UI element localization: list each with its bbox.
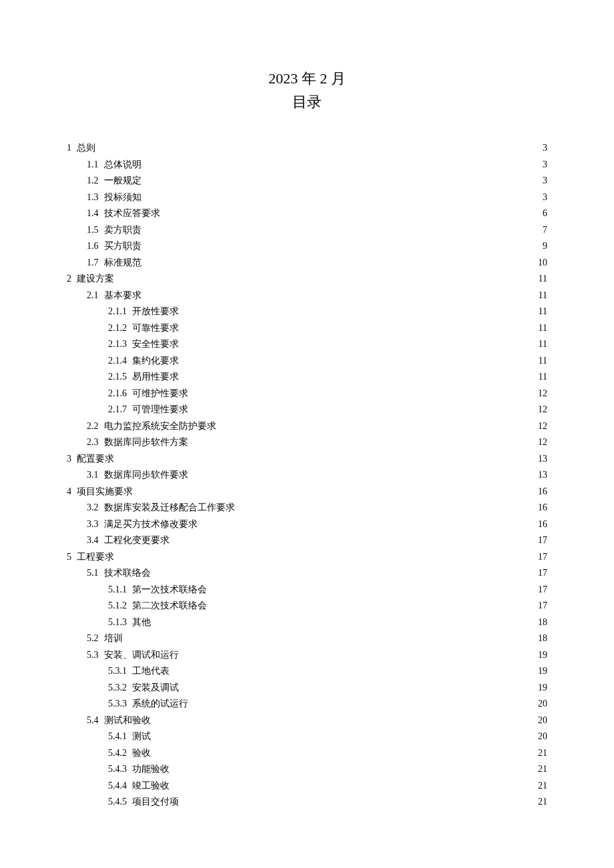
toc-entry-title: 测试和验收 <box>104 713 151 729</box>
toc-entry[interactable]: 1.4技术应答要求6 <box>67 205 547 222</box>
toc-entry[interactable]: 1总则3 <box>67 140 547 157</box>
toc-entry-page: 17 <box>537 549 547 566</box>
toc-entry-page: 17 <box>537 565 547 582</box>
toc-entry-number: 5.4 <box>87 713 99 729</box>
toc-entry-page: 21 <box>537 794 547 811</box>
toc-entry-number: 5.1.1 <box>108 582 127 598</box>
toc-entry-title: 一般规定 <box>104 173 141 189</box>
toc-entry[interactable]: 3.1数据库同步软件要求13 <box>67 467 547 484</box>
toc-entry-number: 1.2 <box>87 173 99 189</box>
toc-entry-page: 12 <box>537 386 547 402</box>
toc-entry-page: 6 <box>541 205 547 222</box>
toc-entry-number: 2.1.4 <box>108 353 127 370</box>
toc-entry[interactable]: 5.2培训18 <box>67 630 547 647</box>
toc-entry[interactable]: 1.5卖方职责7 <box>67 222 547 239</box>
toc-entry-page: 13 <box>537 451 547 468</box>
toc-entry[interactable]: 3.4工程化变更要求17 <box>67 532 547 549</box>
toc-entry-page: 11 <box>537 271 547 288</box>
toc-entry-title: 项目实施要求 <box>77 484 133 500</box>
toc-entry-number: 5.3.2 <box>108 680 127 697</box>
toc-entry-title: 功能验收 <box>132 761 170 778</box>
toc-entry-number: 1.7 <box>87 255 99 272</box>
toc-entry-title: 卖方职责 <box>104 222 141 239</box>
toc-entry-title: 建设方案 <box>77 271 114 288</box>
toc-entry-title: 数据库安装及迁移配合工作要求 <box>104 500 235 516</box>
toc-entry-page: 18 <box>537 630 547 647</box>
toc-entry[interactable]: 5.1.1第一次技术联络会17 <box>67 582 547 598</box>
toc-entry-page: 3 <box>541 157 547 173</box>
toc-entry-number: 2.1.1 <box>108 304 127 320</box>
toc-entry-page: 13 <box>537 467 547 484</box>
toc-entry-number: 3.3 <box>87 516 99 533</box>
toc-entry[interactable]: 3.2数据库安装及迁移配合工作要求16 <box>67 500 547 516</box>
toc-entry[interactable]: 4项目实施要求16 <box>67 484 547 500</box>
toc-entry-title: 工地代表 <box>132 663 170 680</box>
toc-entry[interactable]: 2.2电力监控系统安全防护要求12 <box>67 418 547 435</box>
toc-entry-page: 3 <box>541 189 547 206</box>
toc-entry[interactable]: 2.1.1开放性要求11 <box>67 304 547 320</box>
toc-entry[interactable]: 2.1.7可管理性要求12 <box>67 402 547 418</box>
toc-entry-page: 19 <box>537 663 547 680</box>
toc-entry-title: 集约化要求 <box>132 353 179 370</box>
toc-entry-number: 5.1 <box>87 565 99 582</box>
toc-entry-page: 16 <box>537 484 547 500</box>
toc-entry-number: 2.2 <box>87 418 99 435</box>
toc-entry[interactable]: 2.1.2可靠性要求11 <box>67 320 547 337</box>
toc-entry[interactable]: 5.4测试和验收20 <box>67 713 547 729</box>
toc-entry-title: 工程要求 <box>77 549 114 566</box>
toc-entry-title: 系统的试运行 <box>132 696 188 713</box>
toc-entry-number: 3 <box>67 451 71 468</box>
toc-entry[interactable]: 5.4.4竣工验收21 <box>67 778 547 795</box>
toc-entry-page: 21 <box>537 745 547 762</box>
toc-entry-title: 第二次技术联络会 <box>132 598 207 614</box>
toc-entry[interactable]: 5.1.3其他18 <box>67 614 547 631</box>
toc-entry-title: 标准规范 <box>104 255 141 272</box>
toc-entry[interactable]: 5.3.2安装及调试19 <box>67 680 547 697</box>
toc-entry-title: 投标须知 <box>104 189 141 206</box>
toc-entry-page: 19 <box>537 680 547 697</box>
toc-entry[interactable]: 5.1技术联络会17 <box>67 565 547 582</box>
toc-entry-page: 18 <box>537 614 547 631</box>
toc-entry[interactable]: 3.3满足买方技术修改要求16 <box>67 516 547 533</box>
toc-entry[interactable]: 2建设方案11 <box>67 271 547 288</box>
toc-entry[interactable]: 5工程要求17 <box>67 549 547 566</box>
table-of-contents: 1总则31.1总体说明31.2一般规定31.3投标须知31.4技术应答要求61.… <box>67 140 547 811</box>
toc-entry[interactable]: 5.1.2第二次技术联络会17 <box>67 598 547 614</box>
toc-entry-title: 满足买方技术修改要求 <box>104 516 198 533</box>
toc-entry-page: 12 <box>537 434 547 451</box>
toc-entry[interactable]: 2.1.3安全性要求11 <box>67 336 547 353</box>
toc-entry-number: 5.1.3 <box>108 614 127 631</box>
toc-entry[interactable]: 5.4.1测试20 <box>67 729 547 745</box>
toc-entry[interactable]: 5.3安装、调试和运行19 <box>67 647 547 664</box>
toc-entry-number: 2.1.3 <box>108 336 127 353</box>
toc-entry-title: 项目交付项 <box>132 794 179 811</box>
toc-entry[interactable]: 5.3.3系统的试运行20 <box>67 696 547 713</box>
toc-entry[interactable]: 5.4.5项目交付项21 <box>67 794 547 811</box>
toc-entry-number: 5.3 <box>87 647 99 664</box>
toc-entry[interactable]: 1.1总体说明3 <box>67 157 547 173</box>
toc-entry-number: 3.1 <box>87 467 99 484</box>
toc-entry-title: 工程化变更要求 <box>104 532 170 549</box>
toc-entry[interactable]: 1.3投标须知3 <box>67 189 547 206</box>
toc-entry-title: 竣工验收 <box>132 778 170 795</box>
toc-entry[interactable]: 2.1.6可维护性要求12 <box>67 386 547 402</box>
toc-entry-title: 电力监控系统安全防护要求 <box>104 418 216 435</box>
toc-entry[interactable]: 5.4.2验收21 <box>67 745 547 762</box>
toc-entry-title: 数据库同步软件方案 <box>104 434 188 451</box>
toc-entry[interactable]: 5.4.3功能验收21 <box>67 761 547 778</box>
toc-entry[interactable]: 5.3.1工地代表19 <box>67 663 547 680</box>
toc-entry[interactable]: 2.1基本要求11 <box>67 288 547 304</box>
toc-entry[interactable]: 1.7标准规范10 <box>67 255 547 272</box>
toc-entry-title: 买方职责 <box>104 238 141 255</box>
toc-entry-page: 20 <box>537 713 547 729</box>
toc-entry[interactable]: 3配置要求13 <box>67 451 547 468</box>
toc-entry[interactable]: 2.1.4集约化要求11 <box>67 353 547 370</box>
toc-entry[interactable]: 2.1.5易用性要求11 <box>67 369 547 386</box>
toc-entry-number: 2.1.2 <box>108 320 127 337</box>
toc-entry-page: 11 <box>537 304 547 320</box>
toc-entry-number: 3.4 <box>87 532 99 549</box>
toc-entry[interactable]: 2.3数据库同步软件方案12 <box>67 434 547 451</box>
toc-entry-number: 1.1 <box>87 157 99 173</box>
toc-entry[interactable]: 1.2一般规定3 <box>67 173 547 189</box>
toc-entry[interactable]: 1.6买方职责9 <box>67 238 547 255</box>
